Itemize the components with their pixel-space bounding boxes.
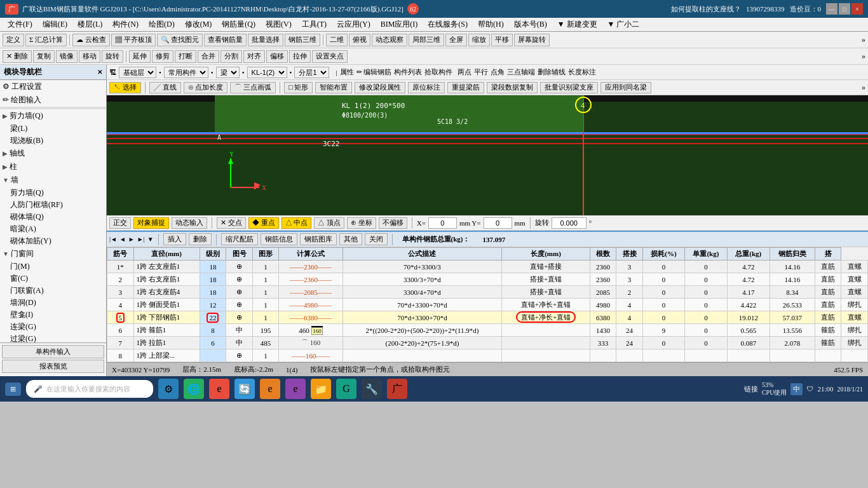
menu-tools[interactable]: 工具(T) — [297, 18, 332, 31]
sidebar-close[interactable]: ✕ — [97, 69, 102, 76]
fullscreen-button[interactable]: 全屏 — [445, 34, 467, 46]
table-row[interactable]: 8 1跨 上部梁... ⊕ 1 ——160—— — [107, 349, 868, 362]
delete-rebar-button[interactable]: 删除 — [189, 233, 212, 245]
search-box[interactable]: 🎤 在这里输入你要搜索的内容 — [26, 380, 153, 398]
taskbar-app-1[interactable]: ⚙ — [158, 379, 179, 399]
sidebar-item-wall-niche[interactable]: 壁龛(I) — [8, 309, 106, 321]
sidebar-item-slab[interactable]: 现浇板(B) — [8, 135, 106, 147]
sidebar-item-wall[interactable]: ▼ 墙 — [0, 173, 106, 187]
trim-button[interactable]: 修剪 — [152, 50, 173, 63]
toolbar1-more[interactable]: » — [862, 35, 865, 44]
taskbar-app-8[interactable]: G — [336, 379, 356, 399]
copy-button[interactable]: 复制 — [33, 50, 55, 63]
modify-segment-button[interactable]: 修改梁段属性 — [355, 82, 405, 93]
sub-type-select[interactable]: 梁 — [216, 67, 240, 78]
center-snap[interactable]: △ 中点 — [281, 217, 312, 229]
canvas-area[interactable]: KL 1(2) 200*500 Φ8100/200(3) 3C22 5C18 3… — [107, 95, 868, 215]
rebar-library-button[interactable]: 钢筋图库 — [300, 233, 337, 245]
sidebar-item-project-settings[interactable]: ⚙ 工程设置 — [0, 80, 106, 93]
re-extract-button[interactable]: 重提梁筋 — [447, 82, 484, 93]
local-3d-button[interactable]: 局部三维 — [409, 34, 444, 46]
taskbar-app-7[interactable]: 📁 — [311, 379, 331, 399]
window-controls[interactable]: — □ × — [826, 3, 863, 15]
y-input[interactable] — [484, 217, 512, 229]
sidebar-item-dark-beam[interactable]: 暗梁(A) — [8, 223, 106, 235]
taskbar-app-4[interactable]: 🔄 — [234, 379, 255, 399]
set-grip-button[interactable]: 设置夹点 — [312, 50, 348, 63]
batch-support-button[interactable]: 批量识别梁支座 — [540, 82, 598, 93]
menu-component[interactable]: 构件(N) — [107, 18, 144, 31]
menu-modify[interactable]: 修改(M) — [180, 18, 217, 31]
taskbar-app-2[interactable]: 🌐 — [184, 379, 204, 399]
rotate-input[interactable] — [552, 217, 587, 229]
mirror-button[interactable]: 镜像 — [56, 50, 78, 63]
sidebar-item-window[interactable]: 窗(C) — [8, 273, 106, 285]
close-button[interactable]: × — [851, 3, 863, 15]
delete-button[interactable]: ✕ 删除 — [3, 50, 32, 63]
taskbar-app-3[interactable]: e — [209, 379, 229, 399]
select-mode-button[interactable]: ↖ 选择 — [109, 82, 141, 93]
two-point-button[interactable]: 两点 — [458, 67, 471, 77]
menu-cloud[interactable]: 云应用(Y) — [332, 18, 376, 31]
menu-edit[interactable]: 编辑(E) — [37, 18, 72, 31]
2d-button[interactable]: 二维 — [326, 34, 348, 46]
sidebar-item-masonry-wall[interactable]: 砌体墙(Q) — [8, 211, 106, 223]
no-offset-snap[interactable]: 不偏移 — [379, 217, 407, 229]
table-row-highlighted[interactable]: 5 1跨 下部钢筋1 22 ⊕ 1 ——6380—— 70*d+3300+70*… — [107, 311, 868, 324]
delete-aux-button[interactable]: 删除辅线 — [538, 67, 566, 77]
in-situ-mark-button[interactable]: 原位标注 — [408, 82, 445, 93]
scale-rebar-button[interactable]: 缩尺配筋 — [221, 233, 258, 245]
ortho-button[interactable]: 正交 — [109, 217, 131, 229]
rebar-3d-button[interactable]: 钢筋三维 — [285, 34, 320, 46]
table-row[interactable]: 2 1跨 右支座筋1 18 ⊕ 1 ——2360—— 3300/3+70*d 搭… — [107, 273, 868, 286]
table-row[interactable]: 1* 1跨 左支座筋1 18 ⊕ 1 ——2360—— 70*d+3300/3 … — [107, 261, 868, 273]
insert-button[interactable]: 插入 — [163, 233, 186, 245]
taskbar-app-10[interactable]: 广 — [387, 379, 407, 399]
menu-file[interactable]: 文件(F) — [3, 18, 37, 31]
rebar-info-button[interactable]: 钢筋信息 — [261, 233, 297, 245]
pick-component-button[interactable]: 拾取构件 — [424, 67, 452, 77]
rect-button[interactable]: □ 矩形 — [284, 82, 313, 93]
component-list-button[interactable]: 构件列表 — [394, 67, 422, 77]
sidebar-item-door-window[interactable]: ▼ 门窗间 — [0, 247, 106, 261]
sidebar-item-column[interactable]: ▶ 柱 — [0, 160, 106, 173]
vertex-snap[interactable]: △ 顶点 — [314, 217, 344, 229]
menu-view[interactable]: 视图(V) — [261, 18, 297, 31]
coord-snap[interactable]: ⊕ 坐标 — [347, 217, 376, 229]
align-button[interactable]: 对齐 — [243, 50, 265, 63]
calc-button[interactable]: Σ 汇总计算 — [25, 34, 67, 46]
minimize-button[interactable]: — — [826, 3, 837, 15]
menu-brand[interactable]: ▼ 广小二 — [602, 18, 645, 31]
top-view-button[interactable]: 俯视 — [349, 34, 370, 46]
sidebar-item-anti-blast-wall[interactable]: 人防门框墙(RF) — [8, 199, 106, 211]
table-row[interactable]: 7 1跨 拉筋1 6 中 485 ⌒ 160 (200-2*20)+2*(75+… — [107, 337, 868, 349]
toolbar2-more[interactable]: » — [862, 51, 865, 61]
section-select[interactable]: 分层1 — [294, 67, 329, 78]
sidebar-item-draw-input[interactable]: ✏ 绘图输入 — [0, 93, 106, 107]
sidebar-item-door[interactable]: 门(M) — [8, 261, 106, 273]
length-mark-button[interactable]: 长度标注 — [568, 67, 596, 77]
single-component-button[interactable]: 单构件输入 — [2, 345, 104, 358]
rotate-button[interactable]: 旋转 — [102, 50, 123, 63]
three-arc-button[interactable]: ⌒ 三点画弧 — [230, 82, 276, 93]
table-row[interactable]: 6 1跨 箍筋1 8 中 195 460 160 — [107, 324, 868, 337]
maximize-button[interactable]: □ — [839, 3, 850, 15]
view-rebar-button[interactable]: 查看钢筋量 — [204, 34, 247, 46]
menu-bim[interactable]: BIM应用(I) — [376, 18, 423, 31]
sidebar-item-over-beam[interactable]: 过梁(G) — [8, 333, 106, 342]
sidebar-item-door-window-combined[interactable]: 门联窗(A) — [8, 285, 106, 297]
split-button[interactable]: 分割 — [220, 50, 242, 63]
menu-version[interactable]: 版本号(B) — [509, 18, 552, 31]
property-button[interactable]: 属性 — [340, 67, 354, 77]
taskbar-app-6[interactable]: e — [285, 379, 306, 399]
dynamic-obs-button[interactable]: 动态观察 — [372, 34, 407, 46]
find-element-button[interactable]: 🔍 查找图元 — [157, 34, 203, 46]
sidebar-item-beam-top[interactable]: 梁(L) — [8, 123, 106, 135]
cloud-check-button[interactable]: ☁ 云检查 — [72, 34, 110, 46]
batch-select-button[interactable]: 批量选择 — [248, 34, 283, 46]
taskbar-app-5[interactable]: e — [260, 379, 280, 399]
menu-rebar-qty[interactable]: 钢筋量(Q) — [217, 18, 261, 31]
sidebar-item-masonry-rebar[interactable]: 砌体加筋(Y) — [8, 235, 106, 247]
x-input[interactable] — [428, 217, 457, 229]
offset-button[interactable]: 偏移 — [266, 50, 288, 63]
